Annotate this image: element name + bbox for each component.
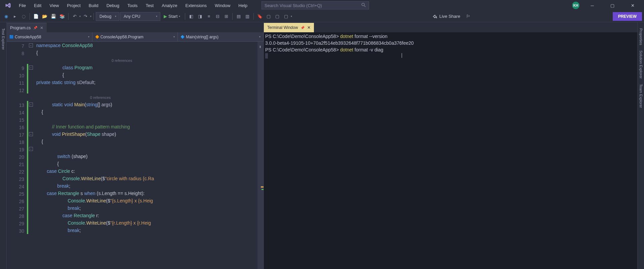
tb-icon-4[interactable]: ⊟ bbox=[213, 12, 222, 21]
redo-icon[interactable]: ↷ bbox=[81, 12, 89, 21]
method-icon: 🔷 bbox=[180, 35, 185, 39]
config-dropdown[interactable]: Debug▾ bbox=[96, 12, 119, 21]
tb-icon-3[interactable]: ≡ bbox=[205, 12, 213, 21]
class-icon: 🔶 bbox=[95, 35, 99, 39]
tb-icon-9[interactable]: ▢ bbox=[273, 12, 281, 21]
svg-point-0 bbox=[362, 3, 364, 6]
maximize-button[interactable]: ▢ bbox=[605, 0, 620, 10]
vs-logo-icon bbox=[4, 1, 12, 9]
fold-column: ----- bbox=[28, 42, 35, 269]
search-input[interactable]: Search Visual Studio (Ctrl+Q) bbox=[261, 1, 369, 9]
open-icon[interactable]: 📂 bbox=[41, 12, 49, 21]
play-icon: ▶ bbox=[164, 14, 167, 19]
fold-toggle[interactable]: - bbox=[29, 66, 33, 70]
menu-help[interactable]: Help bbox=[234, 2, 251, 9]
nav-back-icon[interactable]: ◉ bbox=[2, 12, 10, 21]
menu-bar: FileEditViewProjectBuildDebugToolsTestAn… bbox=[15, 2, 251, 9]
vertical-scrollbar[interactable]: ⬍ bbox=[257, 42, 264, 269]
right-tab-team-explorer[interactable]: Team Explorer bbox=[638, 81, 644, 111]
menu-file[interactable]: File bbox=[15, 2, 30, 9]
menu-build[interactable]: Build bbox=[85, 2, 103, 9]
menu-window[interactable]: Window bbox=[211, 2, 234, 9]
bookmark-icon[interactable]: 🔖 bbox=[256, 12, 264, 21]
code-editor[interactable]: 7891011121314151617181920212223242526272… bbox=[7, 42, 264, 269]
main-toolbar: ◉ ▸ ◌ 📄 📂 💾 📚 ↶ ▾ ↷ ▾ Debug▾ Any CPU▾ ▶ … bbox=[0, 11, 644, 22]
pin-icon[interactable]: 📌 bbox=[300, 26, 305, 30]
menu-tools[interactable]: Tools bbox=[123, 2, 142, 9]
editor-column: Program.cs 📌 ✕ 🟦ConsoleApp58▾ 🔶ConsoleAp… bbox=[7, 22, 264, 269]
class-dropdown[interactable]: 🔶ConsoleApp58.Program▾ bbox=[92, 32, 178, 41]
avatar[interactable]: KH bbox=[572, 2, 579, 9]
line-numbers: 7891011121314151617181920212223242526272… bbox=[7, 42, 27, 269]
code-content[interactable]: namespace ConsoleApp58{0 references clas… bbox=[35, 42, 257, 269]
tb-icon-5[interactable]: ⊞ bbox=[222, 12, 230, 21]
preview-button[interactable]: PREVIEW bbox=[613, 12, 642, 21]
right-tab-properties[interactable]: Properties bbox=[638, 26, 644, 48]
fold-toggle[interactable]: - bbox=[29, 147, 33, 151]
tab-label: Program.cs bbox=[10, 26, 31, 30]
right-side-tabs: PropertiesSolution ExplorerTeam Explorer bbox=[637, 22, 644, 269]
tb-icon-2[interactable]: ◨ bbox=[196, 12, 204, 21]
terminal-column: Terminal Window 📌 ✕ PS C:\Code\Demo\Cons… bbox=[264, 22, 637, 269]
search-placeholder: Search Visual Studio (Ctrl+Q) bbox=[265, 3, 322, 8]
feedback-icon[interactable]: 🏳 bbox=[464, 12, 472, 21]
menu-debug[interactable]: Debug bbox=[103, 2, 123, 9]
left-side-tabs: Test Explorer bbox=[0, 22, 7, 269]
document-tabs: Program.cs 📌 ✕ bbox=[7, 22, 264, 32]
menu-edit[interactable]: Edit bbox=[30, 2, 45, 9]
menu-test[interactable]: Test bbox=[142, 2, 158, 9]
menu-view[interactable]: View bbox=[45, 2, 63, 9]
minimize-button[interactable]: ─ bbox=[585, 0, 600, 10]
title-bar: FileEditViewProjectBuildDebugToolsTestAn… bbox=[0, 0, 644, 11]
title-controls: KH ─ ▢ ✕ bbox=[572, 0, 643, 10]
pin-icon[interactable]: 📌 bbox=[33, 26, 37, 30]
platform-dropdown[interactable]: Any CPU▾ bbox=[120, 12, 160, 21]
context-bar: 🟦ConsoleApp58▾ 🔶ConsoleApp58.Program▾ 🔷M… bbox=[7, 32, 264, 42]
tab-terminal[interactable]: Terminal Window 📌 ✕ bbox=[264, 23, 314, 32]
menu-extensions[interactable]: Extensions bbox=[181, 2, 211, 9]
terminal-tabs: Terminal Window 📌 ✕ bbox=[264, 22, 637, 32]
nav-refresh-icon[interactable]: ◌ bbox=[19, 12, 28, 21]
close-button[interactable]: ✕ bbox=[625, 0, 640, 10]
menu-project[interactable]: Project bbox=[63, 2, 84, 9]
tb-icon-6[interactable]: ▤ bbox=[235, 12, 243, 21]
svg-line-1 bbox=[364, 5, 366, 7]
main-area: Test Explorer Program.cs 📌 ✕ 🟦ConsoleApp… bbox=[0, 22, 644, 269]
nav-fwd-icon[interactable]: ▸ bbox=[11, 12, 19, 21]
search-icon bbox=[361, 3, 366, 8]
method-dropdown[interactable]: 🔷Main(string[] args)▾ bbox=[178, 32, 264, 41]
right-tab-solution-explorer[interactable]: Solution Explorer bbox=[638, 48, 644, 81]
split-icon[interactable]: ⬍ bbox=[259, 45, 262, 48]
fold-toggle[interactable]: - bbox=[29, 103, 33, 107]
terminal-tab-label: Terminal Window bbox=[267, 25, 298, 30]
tb-icon-10[interactable]: ▢ bbox=[282, 12, 290, 21]
undo-icon[interactable]: ↶ bbox=[71, 12, 79, 21]
terminal-content[interactable]: PS C:\Code\Demo\ConsoleApp58> dotnet for… bbox=[264, 32, 637, 269]
csharp-icon: 🟦 bbox=[9, 35, 13, 39]
start-button[interactable]: ▶ Start ▾ bbox=[161, 14, 183, 19]
tb-icon-1[interactable]: ◧ bbox=[187, 12, 195, 21]
tb-icon-8[interactable]: ▢ bbox=[265, 12, 273, 21]
close-icon[interactable]: ✕ bbox=[307, 25, 311, 30]
new-item-icon[interactable]: 📄 bbox=[32, 12, 40, 21]
close-icon[interactable]: ✕ bbox=[40, 26, 43, 30]
project-dropdown[interactable]: 🟦ConsoleApp58▾ bbox=[7, 32, 92, 41]
fold-toggle[interactable]: - bbox=[29, 43, 33, 47]
live-share-button[interactable]: Live Share bbox=[433, 14, 460, 19]
test-explorer-tab[interactable]: Test Explorer bbox=[1, 26, 6, 52]
fold-toggle[interactable]: - bbox=[29, 132, 33, 136]
menu-analyze[interactable]: Analyze bbox=[158, 2, 181, 9]
save-icon[interactable]: 💾 bbox=[49, 12, 57, 21]
share-icon bbox=[433, 14, 437, 19]
tb-icon-7[interactable]: ▥ bbox=[243, 12, 251, 21]
save-all-icon[interactable]: 📚 bbox=[58, 12, 66, 21]
tab-program-cs[interactable]: Program.cs 📌 ✕ bbox=[7, 23, 47, 32]
